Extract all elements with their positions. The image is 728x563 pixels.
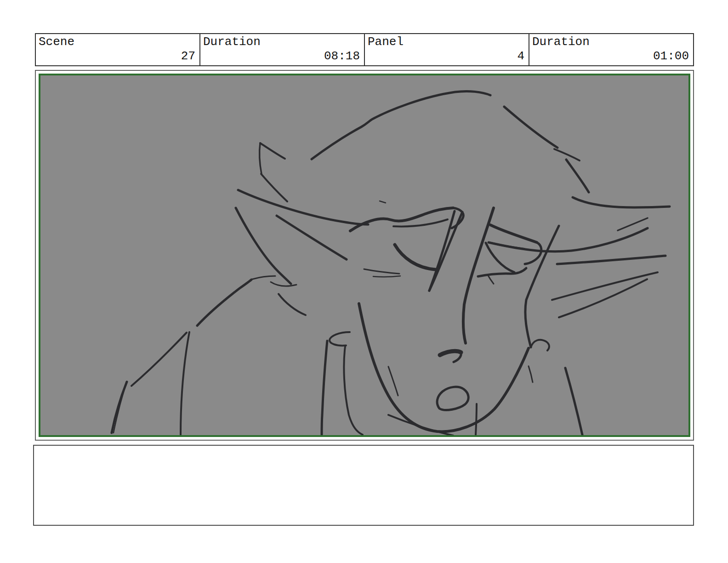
notes-box [33, 445, 694, 526]
storyboard-panel [35, 70, 694, 441]
panel-duration-label: Duration [532, 35, 590, 49]
panel-frame [39, 74, 690, 437]
header-table: Scene 27 Duration 08:18 Panel 4 Duration… [35, 33, 694, 66]
scene-duration-value: 08:18 [324, 49, 360, 63]
panel-canvas [40, 75, 688, 435]
header-cell-scene: Scene 27 [36, 34, 200, 65]
panel-label: Panel [368, 35, 404, 49]
header-cell-panel: Panel 4 [365, 34, 529, 65]
panel-value: 4 [517, 49, 524, 63]
scene-value: 27 [181, 49, 195, 63]
header-cell-panel-duration: Duration 01:00 [529, 34, 693, 65]
scene-duration-label: Duration [203, 35, 261, 49]
header-cell-scene-duration: Duration 08:18 [200, 34, 365, 65]
scene-label: Scene [39, 35, 74, 49]
sketch-svg [40, 75, 688, 435]
panel-duration-value: 01:00 [653, 49, 689, 63]
